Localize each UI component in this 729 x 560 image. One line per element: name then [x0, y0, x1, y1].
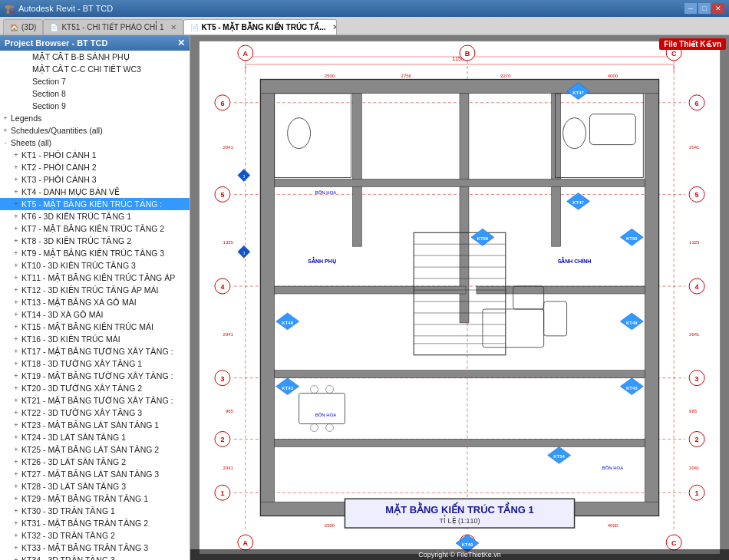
tree-item-pb-kt19[interactable]: +KT19 - MẶT BẰNG TƯỜNG XÂY TẦNG : — [0, 370, 190, 382]
tree-expand-pb-kt18[interactable]: + — [11, 360, 21, 367]
tree-item-pb-kt10[interactable]: +KT10 - 3D KIẾN TRÚC TẦNG 3 — [0, 259, 190, 272]
tree-item-pb-kt5[interactable]: +KT5 - MẶT BẰNG KIẾN TRÚC TẦNG : — [0, 198, 190, 210]
tree-expand-pb-schedules[interactable]: + — [0, 127, 11, 134]
tree-item-pb-kt11[interactable]: +KT11 - MẶT BẰNG KIẾN TRÚC TẦNG ÁP — [0, 272, 190, 284]
tree-expand-pb-kt11[interactable]: + — [11, 274, 21, 282]
tree-item-pb-kt21[interactable]: +KT21 - MẶT BẰNG TƯỜNG XÂY TẦNG : — [0, 394, 190, 407]
tree-item-pb-kt1[interactable]: +KT1 - PHỐI CẢNH 1 — [0, 149, 190, 161]
tree-item-pb-kt20[interactable]: +KT20 - 3D TƯỜNG XÂY TẦNG 2 — [0, 382, 190, 394]
tree-expand-pb-sheets[interactable]: - — [0, 139, 11, 147]
tree-expand-pb-kt21[interactable]: + — [11, 397, 21, 404]
tree-item-pb-kt28[interactable]: +KT28 - 3D LÁT SÀN TẦNG 3 — [0, 480, 190, 492]
tree-item-pb-kt24[interactable]: +KT24 - 3D LÁT SÀN TẦNG 1 — [0, 431, 190, 443]
tree-expand-pb-kt34[interactable]: + — [11, 556, 21, 560]
tab-kt5-close[interactable]: ✕ — [332, 23, 337, 31]
tree-expand-pb-kt27[interactable]: + — [11, 470, 21, 478]
tree-item-pb-kt15[interactable]: +KT15 - MẶT BẰNG KIẾN TRÚC MÁI — [0, 321, 190, 333]
tree-item-pb-kt3[interactable]: +KT3 - PHỐI CẢNH 3 — [0, 173, 190, 186]
tree-item-pb-kt17[interactable]: +KT17 - MẶT BẰNG TƯỜNG XÂY TẦNG : — [0, 345, 190, 357]
tree-expand-pb-kt20[interactable]: + — [11, 384, 21, 392]
tree-area[interactable]: MẶT CẮT B-B SẢNH PHỤMẶT CẮT C-C CHI TIẾT… — [0, 51, 190, 560]
tree-expand-pb-kt23[interactable]: + — [11, 421, 21, 429]
tab-kt51-close[interactable]: ✕ — [170, 23, 176, 31]
tree-item-pb-mat-cat-cc[interactable]: MẶT CẮT C-C CHI TIẾT WC3 — [0, 63, 190, 75]
tree-item-pb-kt34[interactable]: +KT34 - 3D TRẦN TẦNG 3 — [0, 554, 190, 560]
tree-expand-pb-kt9[interactable]: + — [11, 249, 21, 257]
tree-item-pb-section8[interactable]: Section 8 — [0, 87, 190, 100]
panel-close-btn[interactable]: ✕ — [177, 38, 185, 48]
tree-expand-pb-kt33[interactable]: + — [11, 544, 21, 552]
tree-item-pb-kt33[interactable]: +KT33 - MẶT BẰNG TRẦN TẦNG 3 — [0, 542, 190, 554]
tree-item-pb-schedules[interactable]: +Schedules/Quantities (all) — [0, 124, 190, 137]
tree-expand-pb-kt12[interactable]: + — [11, 286, 21, 294]
tree-item-pb-kt27[interactable]: +KT27 - MẶT BẰNG LÁT SÀN TẦNG 3 — [0, 468, 190, 480]
tree-item-pb-section9[interactable]: Section 9 — [0, 100, 190, 112]
minimize-button[interactable]: ─ — [684, 3, 697, 14]
tree-expand-pb-kt22[interactable]: + — [11, 409, 21, 417]
tree-expand-pb-kt25[interactable]: + — [11, 446, 21, 453]
tree-expand-pb-kt8[interactable]: + — [11, 237, 21, 245]
tree-expand-pb-kt1[interactable]: + — [11, 151, 21, 159]
tab-kt51[interactable]: 📄 KT51 - CHI TIẾT PHÀO CHỈ 1 ✕ — [43, 19, 183, 35]
tree-label-pb-kt29: KT29 - MẶT BẰNG TRẦN TẦNG 1 — [21, 494, 148, 503]
tree-item-pb-kt7[interactable]: +KT7 - MẶT BẰNG KIẾN TRÚC TẦNG 2 — [0, 222, 190, 235]
tree-item-pb-kt22[interactable]: +KT22 - 3D TƯỜNG XÂY TẦNG 3 — [0, 407, 190, 419]
tree-label-pb-kt4: KT4 - DANH MỤC BẢN VẼ — [21, 187, 120, 196]
tree-expand-pb-kt19[interactable]: + — [11, 372, 21, 380]
tree-expand-pb-kt16[interactable]: + — [11, 335, 21, 343]
tree-expand-pb-kt4[interactable]: + — [11, 188, 21, 196]
tree-item-pb-kt18[interactable]: +KT18 - 3D TƯỜNG XÂY TẦNG 1 — [0, 357, 190, 370]
tree-item-pb-mat-cat-bb[interactable]: MẶT CẮT B-B SẢNH PHỤ — [0, 51, 190, 63]
svg-rect-77 — [275, 94, 351, 178]
tree-item-pb-kt2[interactable]: +KT2 - PHỐI CẢNH 2 — [0, 161, 190, 173]
tree-expand-pb-kt26[interactable]: + — [11, 458, 21, 466]
tree-item-pb-kt13[interactable]: +KT13 - MẶT BẰNG XÀ GỒ MÁI — [0, 296, 190, 308]
tree-expand-pb-kt29[interactable]: + — [11, 495, 21, 502]
tree-label-pb-kt28: KT28 - 3D LÁT SÀN TẦNG 3 — [21, 482, 126, 491]
tree-item-pb-kt26[interactable]: +KT26 - 3D LÁT SÀN TẦNG 2 — [0, 456, 190, 468]
svg-text:4000: 4000 — [608, 523, 618, 528]
tree-item-pb-kt31[interactable]: +KT31 - MẶT BẰNG TRẦN TẦNG 2 — [0, 517, 190, 529]
tree-expand-pb-kt3[interactable]: + — [11, 176, 21, 183]
tree-expand-pb-kt17[interactable]: + — [11, 348, 21, 355]
tree-item-pb-sheets[interactable]: -Sheets (all) — [0, 137, 190, 149]
tree-expand-pb-kt2[interactable]: + — [11, 163, 21, 171]
maximize-button[interactable]: □ — [698, 3, 711, 14]
tree-item-pb-kt25[interactable]: +KT25 - MẶT BẰNG LÁT SÀN TẦNG 2 — [0, 443, 190, 456]
tree-expand-pb-kt32[interactable]: + — [11, 532, 21, 539]
tree-item-pb-kt16[interactable]: +KT16 - 3D KIẾN TRÚC MÁI — [0, 333, 190, 345]
tree-item-pb-kt4[interactable]: +KT4 - DANH MỤC BẢN VẼ — [0, 186, 190, 198]
tree-item-pb-kt6[interactable]: +KT6 - 3D KIẾN TRÚC TẦNG 1 — [0, 210, 190, 222]
tree-expand-pb-kt31[interactable]: + — [11, 519, 21, 527]
tab-3d[interactable]: 🏠 (3D) — [3, 19, 43, 35]
tree-expand-pb-kt6[interactable]: + — [11, 212, 21, 220]
tree-item-pb-section7[interactable]: Section 7 — [0, 75, 190, 87]
tree-expand-pb-kt24[interactable]: + — [11, 433, 21, 441]
drawing-area[interactable]: File Thiết Kế.vn 11500 A B C — [190, 35, 729, 560]
tree-item-pb-kt9[interactable]: +KT9 - MẶT BẰNG KIẾN TRÚC TẦNG 3 — [0, 247, 190, 259]
tree-item-pb-kt14[interactable]: +KT14 - 3D XÀ GỒ MÁI — [0, 308, 190, 321]
tree-expand-pb-kt13[interactable]: + — [11, 298, 21, 306]
tree-expand-pb-kt28[interactable]: + — [11, 483, 21, 490]
tree-expand-pb-legends[interactable]: + — [0, 114, 11, 122]
tree-expand-pb-kt14[interactable]: + — [11, 311, 21, 318]
svg-text:965: 965 — [689, 409, 698, 413]
tree-item-pb-kt30[interactable]: +KT30 - 3D TRẦN TẦNG 1 — [0, 505, 190, 517]
title-bar-controls[interactable]: ─ □ ✕ — [684, 3, 724, 14]
tree-item-pb-legends[interactable]: +Legends — [0, 112, 190, 124]
drawing-canvas[interactable]: File Thiết Kế.vn 11500 A B C — [190, 35, 729, 560]
tree-item-pb-kt8[interactable]: +KT8 - 3D KIẾN TRÚC TẦNG 2 — [0, 235, 190, 247]
tree-item-pb-kt12[interactable]: +KT12 - 3D KIẾN TRÚC TẦNG ÁP MÁI — [0, 284, 190, 296]
close-button[interactable]: ✕ — [712, 3, 724, 14]
tree-label-pb-kt11: KT11 - MẶT BẰNG KIẾN TRÚC TẦNG ÁP — [21, 273, 175, 282]
tree-expand-pb-kt7[interactable]: + — [11, 225, 21, 232]
tree-expand-pb-kt10[interactable]: + — [11, 262, 21, 269]
tree-expand-pb-kt5[interactable]: + — [11, 200, 21, 208]
tree-item-pb-kt32[interactable]: +KT32 - 3D TRẦN TẦNG 2 — [0, 529, 190, 542]
tab-kt5[interactable]: 📄 KT5 - MẶT BẰNG KIẾN TRÚC TẦ... ✕ — [183, 19, 337, 35]
svg-text:KT47: KT47 — [572, 91, 584, 95]
tree-expand-pb-kt30[interactable]: + — [11, 507, 21, 515]
tree-item-pb-kt23[interactable]: +KT23 - MẶT BẰNG LÁT SÀN TẦNG 1 — [0, 419, 190, 431]
tree-expand-pb-kt15[interactable]: + — [11, 323, 21, 331]
tree-item-pb-kt29[interactable]: +KT29 - MẶT BẰNG TRẦN TẦNG 1 — [0, 492, 190, 505]
